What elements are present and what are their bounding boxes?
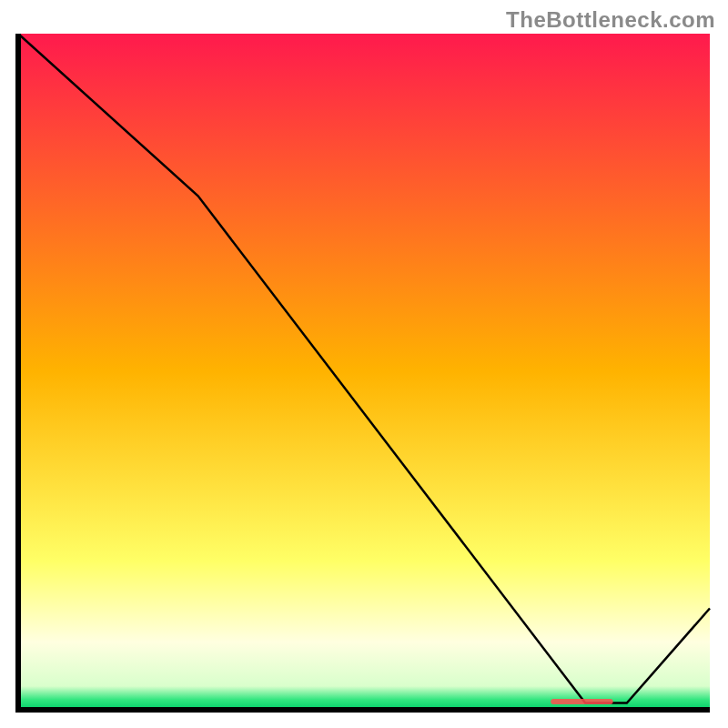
chart-plot-area: [15, 34, 713, 713]
watermark-text: TheBottleneck.com: [506, 7, 715, 33]
chart-svg: [15, 34, 713, 713]
plot-background: [18, 34, 710, 710]
optimal-marker: [551, 699, 612, 704]
